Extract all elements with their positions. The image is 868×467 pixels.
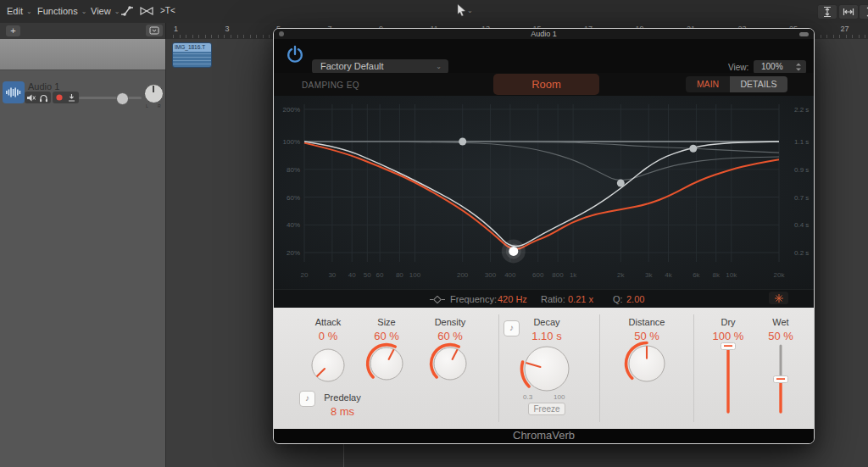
y-axis-right-label: 2.2 s — [794, 106, 809, 114]
frequency-value[interactable]: 420 Hz — [498, 294, 527, 304]
wet-value[interactable]: 50 % — [738, 330, 815, 342]
automation-tool-icon[interactable] — [120, 5, 134, 17]
volume-slider-thumb[interactable] — [116, 92, 129, 105]
pointer-tool-button[interactable]: ⌄ — [456, 3, 473, 18]
pan-left-mark: L — [146, 103, 148, 108]
predelay-sync-button[interactable]: ♪ — [299, 391, 315, 407]
pointer-icon — [456, 3, 467, 18]
snap-tool-icon[interactable]: >T< — [160, 6, 175, 15]
y-axis-left-label: 80% — [278, 166, 300, 174]
decay-scale-min: 0.3 — [523, 393, 532, 401]
horizontal-auto-zoom-button[interactable] — [838, 4, 859, 19]
pan-knob[interactable] — [144, 84, 164, 103]
ratio-value[interactable]: 0.21 x — [568, 294, 593, 304]
knob-attack[interactable] — [312, 349, 344, 381]
window-chevron-icon — [149, 26, 159, 35]
x-axis-frequency-label: 60 — [370, 271, 390, 279]
power-icon — [285, 44, 305, 66]
band-diamond-icon — [430, 296, 445, 303]
zoom-slider-button[interactable] — [859, 4, 868, 19]
slider-wet[interactable] — [774, 346, 788, 412]
plugin-name: ChromaVerb — [513, 429, 575, 442]
preset-name: Factory Default — [320, 61, 384, 71]
decay-label: Decay — [504, 317, 589, 327]
link-toggle-icon[interactable] — [799, 32, 809, 36]
x-axis-frequency-label: 20k — [769, 271, 789, 279]
functions-menu[interactable]: Functions⌄ — [37, 6, 86, 16]
frequency-label: Frequency: — [450, 294, 497, 304]
record-enable-button[interactable] — [53, 92, 65, 103]
damping-eq-toggle[interactable]: DAMPING EQ — [302, 81, 359, 90]
region-name: IMG_1816.T — [173, 43, 211, 52]
ruler-bar-number: 27 — [841, 25, 849, 33]
starburst-icon — [774, 293, 784, 303]
track-header-audio-1[interactable]: Audio 1 L R — [0, 39, 165, 70]
decay-value[interactable]: 1.10 s — [504, 330, 589, 342]
density-label: Density — [408, 317, 492, 327]
room-type-button[interactable]: Room — [493, 74, 599, 95]
x-axis-frequency-label: 200 — [453, 271, 473, 279]
band-handle[interactable] — [459, 138, 466, 146]
plugin-footer: ChromaVerb — [274, 429, 814, 443]
knob-density[interactable] — [431, 345, 466, 380]
y-axis-left-label: 40% — [278, 221, 300, 229]
selected-band-handle[interactable] — [509, 247, 518, 256]
view-menu[interactable]: View⌄ — [91, 6, 120, 16]
slider-dry[interactable] — [721, 343, 736, 413]
tab-details[interactable]: DETAILS — [730, 76, 787, 92]
pan-right-mark: R — [158, 103, 161, 108]
vertical-zoom-icon — [821, 6, 833, 18]
input-monitoring-button[interactable] — [65, 92, 78, 103]
view-zoom-value: 100% — [761, 62, 783, 71]
freeze-button[interactable]: Freeze — [528, 403, 565, 415]
plugin-titlebar[interactable]: Audio 1 — [274, 29, 814, 39]
plugin-header: Factory Default ⌄ View: 100% — [274, 39, 814, 73]
q-label: Q: — [613, 294, 623, 304]
record-input-group — [53, 92, 79, 103]
visualization-toggle-button[interactable] — [769, 292, 788, 304]
density-value[interactable]: 60 % — [408, 330, 492, 342]
preset-dropdown[interactable]: Factory Default ⌄ — [312, 59, 448, 74]
y-axis-right-label: 0.7 s — [794, 194, 809, 202]
chevron-down-icon: ⌄ — [467, 7, 473, 14]
audio-region[interactable]: IMG_1816.T — [172, 42, 212, 68]
mute-button[interactable] — [25, 92, 37, 103]
eq-curve-canvas[interactable] — [274, 96, 814, 289]
view-zoom-dropdown[interactable]: 100% — [754, 60, 806, 74]
decay-scale-max: 100 — [554, 393, 565, 401]
volume-slider[interactable] — [79, 97, 142, 99]
damping-eq-graph[interactable]: 200%100%80%60%40%20%2.2 s1.1 s0.9 s0.7 s… — [274, 96, 814, 289]
crossfade-tool-icon[interactable] — [139, 5, 154, 17]
logic-pro-window: Edit⌄ Functions⌄ View⌄ >T< ⌄ + 135791113… — [0, 0, 868, 467]
band-handle[interactable] — [617, 180, 625, 187]
chevron-down-icon: ⌄ — [81, 8, 87, 15]
power-button[interactable] — [285, 44, 305, 69]
vertical-arrows-icon — [865, 6, 868, 18]
band-handle[interactable] — [689, 145, 697, 153]
knob-size[interactable] — [368, 345, 403, 380]
region-waveform — [173, 52, 211, 67]
x-axis-frequency-label: 20 — [294, 271, 314, 279]
vertical-auto-zoom-button[interactable] — [817, 4, 837, 19]
x-axis-frequency-label: 4k — [659, 271, 679, 279]
functions-menu-label: Functions — [37, 6, 78, 16]
x-axis-frequency-label: 2k — [610, 271, 631, 279]
edit-menu[interactable]: Edit⌄ — [7, 6, 32, 16]
knob-distance[interactable] — [626, 343, 665, 382]
tab-main[interactable]: MAIN — [686, 76, 730, 92]
x-axis-frequency-label: 30 — [322, 271, 342, 279]
distance-value[interactable]: 50 % — [604, 330, 689, 342]
record-dot-icon — [55, 93, 64, 102]
knob-decay[interactable] — [521, 347, 569, 391]
x-axis-frequency-label: 3k — [638, 271, 659, 279]
add-track-button[interactable]: + — [6, 25, 20, 36]
solo-button[interactable] — [37, 92, 50, 103]
y-axis-left-label: 20% — [278, 249, 300, 257]
predelay-value[interactable]: 8 ms — [319, 405, 366, 418]
speaker-icon — [26, 93, 36, 103]
y-axis-right-label: 1.1 s — [794, 138, 809, 146]
track-display-options-button[interactable] — [146, 25, 163, 36]
q-value[interactable]: 2.00 — [626, 294, 644, 304]
y-axis-left-label: 100% — [278, 138, 300, 146]
waveform-icon — [6, 86, 21, 98]
